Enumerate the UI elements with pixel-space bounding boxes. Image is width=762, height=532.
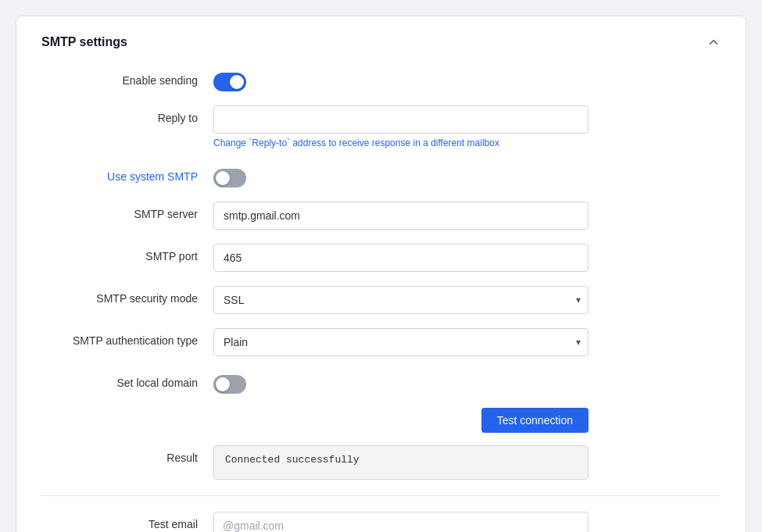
toggle-track (213, 375, 246, 394)
collapse-icon[interactable] (707, 35, 721, 49)
email-input-wrap: @gmail.com (213, 512, 588, 532)
smtp-port-label: SMTP port (41, 244, 213, 262)
smtp-settings-card: SMTP settings Enable sending Reply to Ch… (16, 16, 746, 532)
reply-to-input[interactable] (213, 105, 588, 134)
enable-sending-row: Enable sending (41, 68, 721, 91)
toggle-thumb (230, 75, 244, 89)
use-system-smtp-label: Use system SMTP (41, 164, 213, 183)
reply-to-row: Reply to Change `Reply-to` address to re… (41, 105, 721, 150)
test-email-wrap: @gmail.com Email to use for testing. Rec… (213, 512, 588, 532)
toggle-thumb (216, 377, 230, 391)
enable-sending-label: Enable sending (41, 68, 213, 87)
card-header: SMTP settings (41, 35, 721, 49)
set-local-domain-label: Set local domain (41, 370, 213, 389)
result-box: Connected successfully (213, 445, 588, 480)
smtp-auth-type-label: SMTP authentication type (41, 328, 213, 347)
result-row: Result Connected successfully (41, 445, 721, 480)
toggle-track (213, 169, 246, 187)
use-system-smtp-toggle[interactable] (213, 169, 246, 187)
enable-sending-toggle[interactable] (213, 73, 246, 91)
use-system-smtp-row: Use system SMTP (41, 164, 721, 187)
smtp-auth-type-select-wrap: Plain Login CRAM-MD5 None ▾ (213, 328, 588, 356)
set-local-domain-toggle-wrap (213, 370, 246, 394)
smtp-auth-type-select[interactable]: Plain Login CRAM-MD5 None (213, 328, 588, 356)
smtp-security-mode-select-wrap: SSL TLS STARTTLS None ▾ (213, 286, 588, 314)
enable-sending-toggle-wrap (213, 68, 246, 91)
smtp-server-input[interactable] (213, 202, 588, 230)
smtp-auth-type-row: SMTP authentication type Plain Login CRA… (41, 328, 721, 356)
set-local-domain-toggle[interactable] (213, 375, 246, 394)
test-connection-button[interactable]: Test connection (481, 408, 588, 433)
test-connection-btn-row: Test connection (41, 408, 588, 433)
smtp-server-wrap (213, 202, 588, 230)
test-email-label: Test email (41, 512, 213, 530)
toggle-thumb (216, 171, 230, 185)
smtp-security-mode-row: SMTP security mode SSL TLS STARTTLS None… (41, 286, 721, 314)
result-label: Result (41, 445, 213, 464)
smtp-port-input[interactable] (213, 244, 588, 272)
reply-to-wrap: Change `Reply-to` address to receive res… (213, 105, 588, 150)
smtp-auth-type-wrap: Plain Login CRAM-MD5 None ▾ (213, 328, 588, 356)
smtp-security-mode-wrap: SSL TLS STARTTLS None ▾ (213, 286, 588, 314)
set-local-domain-row: Set local domain (41, 370, 721, 394)
card-title: SMTP settings (41, 35, 127, 49)
test-email-row: Test email @gmail.com Email to use for t… (41, 512, 721, 532)
test-email-input[interactable] (213, 512, 588, 532)
toggle-track (213, 73, 246, 91)
smtp-port-row: SMTP port (41, 244, 721, 272)
smtp-server-row: SMTP server (41, 202, 721, 230)
smtp-port-wrap (213, 244, 588, 272)
reply-to-hint: Change `Reply-to` address to receive res… (213, 137, 588, 150)
use-system-smtp-toggle-wrap (213, 164, 246, 187)
smtp-server-label: SMTP server (41, 202, 213, 220)
result-wrap: Connected successfully (213, 445, 588, 480)
divider (41, 495, 721, 496)
smtp-security-mode-label: SMTP security mode (41, 286, 213, 305)
smtp-security-mode-select[interactable]: SSL TLS STARTTLS None (213, 286, 588, 314)
reply-to-label: Reply to (41, 105, 213, 124)
